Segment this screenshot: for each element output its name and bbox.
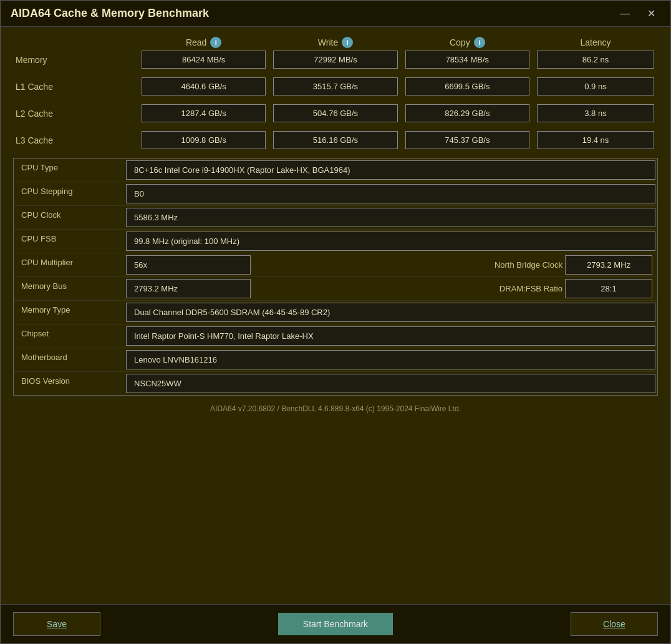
copy-info-icon[interactable]: i bbox=[474, 37, 485, 48]
cpu-type-label: CPU Type bbox=[14, 159, 126, 182]
cpu-multiplier-row: CPU Multiplier 56x North Bridge Clock 27… bbox=[14, 253, 657, 277]
window-title: AIDA64 Cache & Memory Benchmark bbox=[11, 7, 209, 20]
cpu-stepping-row: CPU Stepping B0 bbox=[14, 182, 657, 206]
north-bridge-value: 2793.2 MHz bbox=[565, 255, 652, 275]
footer-text: AIDA64 v7.20.6802 / BenchDLL 4.6.889.8-x… bbox=[13, 396, 658, 418]
memory-bus-value: 2793.2 MHz bbox=[126, 279, 251, 298]
motherboard-label: Motherboard bbox=[14, 348, 126, 371]
memory-type-label: Memory Type bbox=[14, 301, 126, 324]
l2-copy: 826.29 GB/s bbox=[405, 104, 529, 122]
l3-read: 1009.8 GB/s bbox=[142, 131, 266, 149]
l1-copy: 6699.5 GB/s bbox=[405, 77, 529, 95]
motherboard-value: Lenovo LNVNB161216 bbox=[126, 350, 655, 369]
bios-row: BIOS Version NSCN25WW bbox=[14, 372, 657, 395]
bios-label: BIOS Version bbox=[14, 372, 126, 395]
cpu-stepping-value: B0 bbox=[126, 184, 655, 203]
l2-latency: 3.8 ns bbox=[537, 104, 654, 122]
l1-latency: 0.9 ns bbox=[537, 77, 654, 95]
col-copy-header: Copy i bbox=[402, 37, 533, 48]
close-button[interactable]: Close bbox=[571, 612, 658, 636]
l1-row: L1 Cache 4640.6 GB/s 3515.7 GB/s 6699.5 … bbox=[13, 77, 658, 95]
l1-write: 3515.7 GB/s bbox=[273, 77, 397, 95]
title-controls: — ✕ bbox=[615, 7, 660, 20]
l3-copy: 745.37 GB/s bbox=[405, 131, 529, 149]
chipset-label: Chipset bbox=[14, 324, 126, 348]
memory-type-row: Memory Type Dual Channel DDR5-5600 SDRAM… bbox=[14, 301, 657, 324]
north-bridge-label: North Bridge Clock bbox=[495, 260, 562, 270]
l3-row: L3 Cache 1009.8 GB/s 516.16 GB/s 745.37 … bbox=[13, 131, 658, 149]
cpu-stepping-label: CPU Stepping bbox=[14, 182, 126, 205]
motherboard-row: Motherboard Lenovo LNVNB161216 bbox=[14, 348, 657, 372]
main-content: Read i Write i Copy i Latency Memory 864… bbox=[1, 27, 670, 604]
memory-type-value: Dual Channel DDR5-5600 SDRAM (46-45-45-8… bbox=[126, 303, 655, 322]
l2-row: L2 Cache 1287.4 GB/s 504.76 GB/s 826.29 … bbox=[13, 104, 658, 122]
north-bridge-area: North Bridge Clock 2793.2 MHz bbox=[253, 253, 657, 276]
memory-bus-label: Memory Bus bbox=[14, 277, 126, 300]
memory-latency: 86.2 ns bbox=[537, 51, 654, 69]
cpu-multiplier-value: 56x bbox=[126, 255, 251, 275]
l1-label: L1 Cache bbox=[13, 82, 138, 92]
cpu-type-value: 8C+16c Intel Core i9-14900HX (Raptor Lak… bbox=[126, 160, 655, 180]
col-write-header: Write i bbox=[269, 37, 401, 48]
cpu-fsb-value: 99.8 MHz (original: 100 MHz) bbox=[126, 232, 655, 251]
save-button[interactable]: Save bbox=[13, 612, 100, 636]
col-read-header: Read i bbox=[138, 37, 269, 48]
cpu-type-row: CPU Type 8C+16c Intel Core i9-14900HX (R… bbox=[14, 159, 657, 182]
memory-row: Memory 86424 MB/s 72992 MB/s 78534 MB/s … bbox=[13, 51, 658, 69]
l2-write: 504.76 GB/s bbox=[273, 104, 397, 122]
memory-copy: 78534 MB/s bbox=[405, 51, 529, 69]
write-info-icon[interactable]: i bbox=[342, 37, 353, 48]
col-latency-header: Latency bbox=[533, 37, 658, 47]
l3-latency: 19.4 ns bbox=[537, 131, 654, 149]
close-window-button[interactable]: ✕ bbox=[642, 7, 660, 20]
minimize-button[interactable]: — bbox=[615, 7, 635, 20]
memory-bus-row: Memory Bus 2793.2 MHz DRAM:FSB Ratio 28:… bbox=[14, 277, 657, 301]
cpu-fsb-label: CPU FSB bbox=[14, 230, 126, 253]
info-section: CPU Type 8C+16c Intel Core i9-14900HX (R… bbox=[13, 158, 658, 396]
bios-value: NSCN25WW bbox=[126, 374, 655, 393]
memory-read: 86424 MB/s bbox=[142, 51, 266, 69]
read-info-icon[interactable]: i bbox=[210, 37, 221, 48]
dram-fsb-label: DRAM:FSB Ratio bbox=[500, 284, 562, 293]
l3-label: L3 Cache bbox=[13, 135, 138, 145]
cpu-clock-row: CPU Clock 5586.3 MHz bbox=[14, 206, 657, 230]
cpu-clock-value: 5586.3 MHz bbox=[126, 208, 655, 227]
memory-write: 72992 MB/s bbox=[273, 51, 397, 69]
chipset-value: Intel Raptor Point-S HM770, Intel Raptor… bbox=[126, 326, 655, 346]
dram-fsb-value: 28:1 bbox=[565, 279, 652, 298]
l1-read: 4640.6 GB/s bbox=[142, 77, 266, 95]
memory-label: Memory bbox=[13, 55, 138, 65]
bottom-bar: Save Start Benchmark Close bbox=[1, 604, 670, 643]
bench-header: Read i Write i Copy i Latency bbox=[13, 37, 658, 48]
cpu-fsb-row: CPU FSB 99.8 MHz (original: 100 MHz) bbox=[14, 230, 657, 253]
dram-fsb-area: DRAM:FSB Ratio 28:1 bbox=[253, 277, 657, 300]
title-bar: AIDA64 Cache & Memory Benchmark — ✕ bbox=[1, 1, 670, 27]
main-window: AIDA64 Cache & Memory Benchmark — ✕ Read… bbox=[0, 0, 671, 644]
l3-write: 516.16 GB/s bbox=[273, 131, 397, 149]
cpu-multiplier-label: CPU Multiplier bbox=[14, 253, 126, 276]
chipset-row: Chipset Intel Raptor Point-S HM770, Inte… bbox=[14, 324, 657, 348]
l2-label: L2 Cache bbox=[13, 109, 138, 119]
start-benchmark-button[interactable]: Start Benchmark bbox=[278, 613, 393, 635]
cpu-clock-label: CPU Clock bbox=[14, 206, 126, 229]
l2-read: 1287.4 GB/s bbox=[142, 104, 266, 122]
